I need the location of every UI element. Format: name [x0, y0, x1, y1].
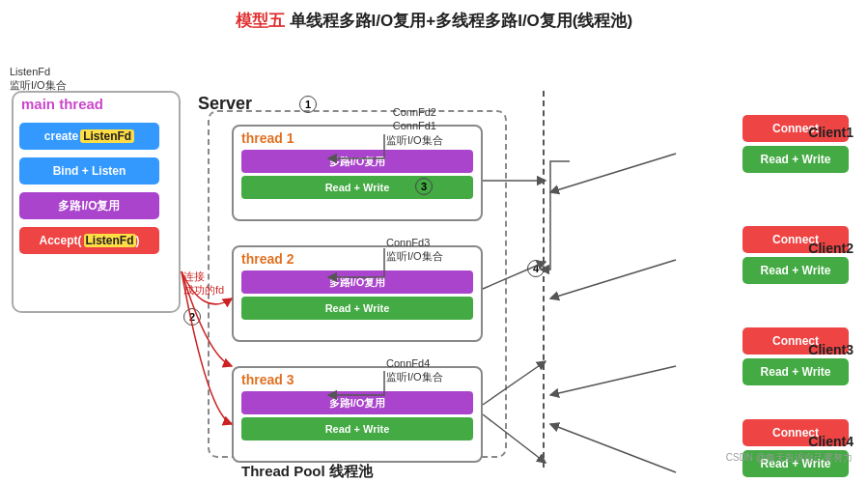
thread-box-3: thread 3 多路I/O复用 Read + Write [232, 366, 483, 463]
client-2-rw: Read + Write [742, 257, 849, 284]
thread-1-mux: 多路I/O复用 [241, 150, 473, 173]
create-listenfd-button: create ListenFd [19, 123, 159, 150]
thread-3-mux: 多路I/O复用 [241, 391, 473, 414]
client-1-rw: Read + Write [742, 146, 849, 173]
client-3-rw: Read + Write [742, 358, 849, 385]
thread-3-rw: Read + Write [241, 417, 473, 440]
number-1: 1 [299, 96, 317, 113]
connfd2-annotation: ConnFd2ConnFd1监听I/O集合 [386, 105, 443, 147]
thread-2-mux: 多路I/O复用 [241, 270, 473, 294]
vertical-divider [543, 91, 545, 468]
thread-3-name: thread 3 [234, 368, 481, 389]
listenfd-annotation: ListenFd监听I/O集合 [10, 65, 67, 93]
bind-listen-button: Bind + Listen [19, 157, 159, 185]
connection-fd-annotation: 连接成功的fd [183, 270, 224, 298]
thread-1-rw: Read + Write [241, 176, 473, 199]
number-4: 4 [527, 260, 545, 277]
title-area: 模型五 单线程多路I/O复用+多线程多路I/O复用(线程池) [0, 0, 868, 38]
mux-button: 多路I/O复用 [19, 192, 159, 219]
number-3: 3 [415, 178, 433, 195]
client-1-label: Client1 [808, 125, 854, 140]
client-2-label: Client2 [808, 241, 854, 256]
number-2: 2 [183, 308, 201, 326]
client-3-label: Client3 [808, 342, 854, 357]
diagram: ListenFd监听I/O集合 main thread create Liste… [0, 38, 868, 470]
connfd4-annotation: ConnFd4监听I/O集合 [386, 356, 443, 384]
thread-box-2: thread 2 多路I/O复用 Read + Write [232, 245, 483, 342]
thread-box-1: thread 1 多路I/O复用 Read + Write [232, 125, 483, 221]
thread-pool-label: Thread Pool 线程池 [241, 463, 373, 481]
connfd3-annotation: ConnFd3监听I/O集合 [386, 236, 443, 264]
accept-button: Accept(ListenFd) [19, 227, 159, 254]
client-1-group: Connect Read + Write [742, 115, 849, 173]
title-prefix: 模型五 [236, 12, 285, 30]
main-thread-label: main thread [21, 96, 103, 112]
watermark: CSDN @每天告诉自己要努力 [726, 451, 853, 465]
title-full: 单线程多路I/O复用+多线程多路I/O复用(线程池) [290, 12, 633, 30]
thread-2-rw: Read + Write [241, 297, 473, 320]
thread-2-name: thread 2 [234, 247, 481, 269]
thread-1-name: thread 1 [234, 127, 481, 148]
client-4-label: Client4 [808, 434, 854, 449]
